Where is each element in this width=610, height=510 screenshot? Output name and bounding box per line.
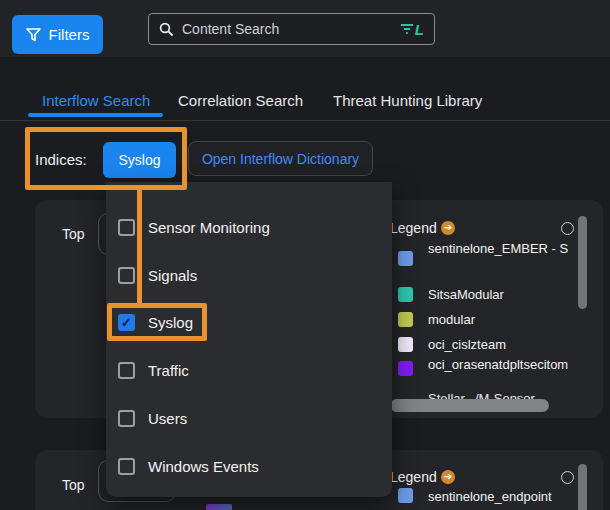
legend-item-label[interactable]: sentinelone_EMBER - S [428, 241, 603, 256]
legend-swatch [398, 361, 413, 376]
legend-item-label[interactable]: oci_cislzteam [428, 337, 603, 352]
legend-item-label[interactable]: modular [428, 312, 603, 327]
app-screen: Filters L Interflow Search Correlation S… [0, 0, 610, 510]
checkbox-icon[interactable]: ✓ [118, 267, 135, 284]
filters-button-label: Filters [49, 26, 90, 43]
dropdown-item-sensor-monitoring[interactable]: ✓ Sensor Monitoring [106, 203, 392, 251]
top-n-label: Top [62, 226, 85, 242]
chart-fragment [206, 504, 232, 510]
active-tab-underline [28, 113, 163, 117]
legend-swatch [398, 488, 413, 503]
annotation-connector-line [137, 189, 142, 304]
dropdown-item-syslog[interactable]: ✓ Syslog [106, 298, 392, 346]
checkbox-checked-icon[interactable]: ✓ [118, 314, 135, 331]
legend-horizontal-scrollbar[interactable] [390, 399, 549, 412]
indices-selected-button[interactable]: Syslog [103, 142, 176, 178]
indices-label: Indices: [35, 151, 87, 168]
legend-title: Legend [390, 469, 437, 485]
dropdown-item-windows-events[interactable]: ✓ Windows Events [106, 442, 392, 490]
filters-button[interactable]: Filters [12, 15, 103, 54]
legend-toggle-circle[interactable] [561, 222, 574, 235]
legend-expand-arrow-icon[interactable]: ➔ [441, 470, 455, 484]
search-icon [159, 22, 174, 37]
legend-item-label[interactable]: SitsaModular [428, 287, 603, 302]
legend-swatch [398, 251, 413, 266]
content-search-box[interactable]: L [148, 13, 435, 45]
tab-interflow-search[interactable]: Interflow Search [42, 92, 150, 109]
legend-expand-arrow-icon[interactable]: ➔ [441, 221, 455, 235]
dropdown-item-label: Traffic [148, 362, 189, 379]
legend-swatch [398, 337, 413, 352]
lucene-toggle-icon[interactable]: L [400, 22, 424, 37]
top-n-label: Top [62, 477, 85, 493]
dropdown-item-label: Signals [148, 267, 197, 284]
content-search-input[interactable] [180, 20, 394, 38]
tab-correlation-search[interactable]: Correlation Search [178, 92, 303, 109]
legend-vertical-scrollbar[interactable] [578, 464, 587, 510]
dropdown-item-users[interactable]: ✓ Users [106, 394, 392, 442]
legend-vertical-scrollbar[interactable] [578, 216, 587, 309]
checkbox-icon[interactable]: ✓ [118, 458, 135, 475]
dropdown-item-label: Syslog [148, 314, 193, 331]
checkbox-icon[interactable]: ✓ [118, 362, 135, 379]
legend-toggle-circle[interactable] [561, 471, 574, 484]
legend-item-label[interactable]: sentinelone_endpoint [428, 489, 603, 504]
dropdown-item-traffic[interactable]: ✓ Traffic [106, 346, 392, 394]
dropdown-item-label: Sensor Monitoring [148, 219, 270, 236]
checkbox-icon[interactable]: ✓ [118, 410, 135, 427]
tab-threat-hunting-library[interactable]: Threat Hunting Library [333, 92, 482, 109]
filter-funnel-icon [26, 28, 41, 42]
checkbox-icon[interactable]: ✓ [118, 219, 135, 236]
dropdown-item-signals[interactable]: ✓ Signals [106, 251, 392, 299]
legend-swatch [398, 312, 413, 327]
tab-bar-divider [0, 120, 610, 121]
legend-item-label[interactable]: oci_orasenatdpltsecitom [428, 357, 603, 372]
indices-dropdown-menu: ✓ Sensor Monitoring ✓ Signals ✓ Syslog ✓… [106, 182, 392, 497]
open-interflow-dictionary-button[interactable]: Open Interflow Dictionary [188, 141, 373, 176]
legend-title: Legend [390, 220, 437, 236]
dropdown-item-label: Windows Events [148, 458, 259, 475]
dropdown-item-label: Users [148, 410, 187, 427]
legend-swatch [398, 287, 413, 302]
